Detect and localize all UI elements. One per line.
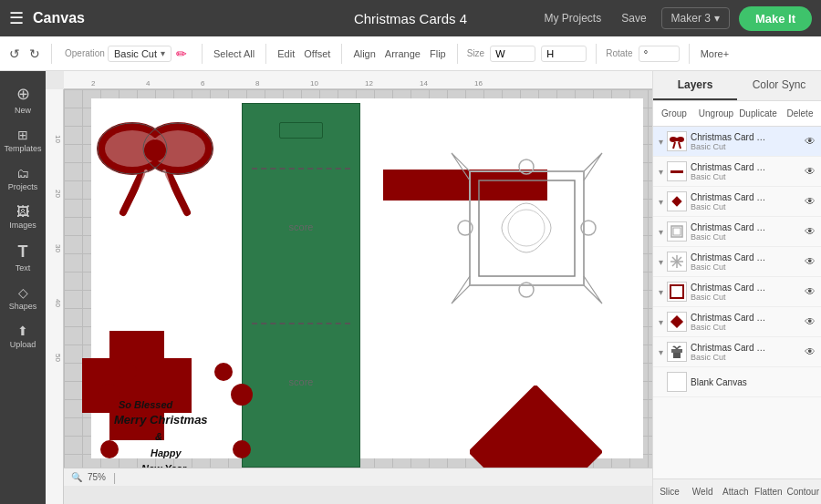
svg-point-4 (144, 139, 166, 161)
rotate-label: Rotate (606, 48, 632, 58)
contour-button[interactable]: Contour (785, 479, 821, 504)
layer-sub-5: Basic Cut (691, 262, 801, 272)
sep6 (596, 44, 597, 64)
weld-button[interactable]: Weld (686, 479, 719, 504)
layer-info-9: Blank Canvas (691, 377, 816, 387)
undo-button[interactable]: ↺ (7, 45, 22, 63)
ruler-vertical: 10 20 30 40 50 (46, 89, 64, 504)
layer-thumb-4 (667, 221, 687, 242)
layer-info-8: Christmas Card Gift F... Basic Cut (691, 343, 801, 362)
sidebar-item-text[interactable]: T Text (0, 237, 46, 278)
layer-list: ▾ Christmas Card Gift F... Basic Cut 👁 ▾… (653, 127, 821, 478)
tab-color-sync[interactable]: Color Sync (737, 71, 821, 100)
sidebar-item-images[interactable]: 🖼 Images (0, 199, 46, 235)
layer-info-1: Christmas Card Gift F... Basic Cut (691, 132, 801, 151)
eye-icon-5[interactable]: 👁 (805, 255, 816, 268)
align-button[interactable]: Align (351, 46, 377, 61)
ungroup-button[interactable]: Ungroup (695, 105, 737, 122)
chevron-icon-4: ▾ (659, 227, 663, 237)
bow-shape[interactable] (96, 112, 214, 221)
sidebar-item-shapes[interactable]: ◇ Shapes (0, 280, 46, 316)
layer-sub-3: Basic Cut (691, 202, 801, 211)
attach-button[interactable]: Attach (719, 479, 752, 504)
layer-sub-7: Basic Cut (691, 323, 801, 332)
flip-button[interactable]: Flip (428, 46, 448, 61)
top-bar-left: ☰ Canvas (9, 8, 85, 28)
layer-item-6[interactable]: ▾ Christmas Card Gift F... Basic Cut 👁 (653, 277, 821, 307)
group-button[interactable]: Group (653, 105, 695, 122)
flatten-button[interactable]: Flatten (752, 479, 785, 504)
christmas-text-cluster[interactable]: So Blessed Merry Christmas & Happy New Y… (91, 358, 260, 486)
maker-button[interactable]: Maker 3 ▾ (661, 7, 730, 29)
make-it-button[interactable]: Make It (739, 6, 812, 31)
layer-name-4: Christmas Card Gift F... (691, 222, 773, 232)
eye-icon-4[interactable]: 👁 (805, 225, 816, 238)
layer-item-9[interactable]: ▾ Blank Canvas (653, 367, 821, 397)
canvas-content[interactable]: score score (64, 89, 652, 486)
layer-info-6: Christmas Card Gift F... Basic Cut (691, 283, 801, 302)
more-button[interactable]: More+ (699, 46, 732, 61)
layer-sub-4: Basic Cut (691, 232, 801, 242)
duplicate-button[interactable]: Duplicate (737, 105, 779, 122)
zoom-level: 75% (88, 472, 106, 482)
layer-item-1[interactable]: ▾ Christmas Card Gift F... Basic Cut 👁 (653, 127, 821, 157)
canvas-area[interactable]: 2 4 6 8 10 12 14 16 10 20 30 40 50 (46, 71, 652, 504)
my-projects-button[interactable]: My Projects (539, 10, 608, 26)
layer-sub-8: Basic Cut (691, 353, 801, 362)
offset-button[interactable]: Offset (302, 46, 332, 61)
svg-text:So Blessed: So Blessed (119, 399, 173, 410)
shapes-icon: ◇ (18, 285, 28, 300)
score-label-2: score (265, 376, 338, 387)
rotate-input[interactable] (639, 46, 680, 62)
upload-icon: ⬆ (17, 324, 28, 338)
sep3 (265, 44, 266, 64)
hamburger-icon[interactable]: ☰ (9, 8, 24, 28)
chevron-icon-7: ▾ (659, 317, 663, 327)
layer-item-7[interactable]: ▾ Christmas Card Gift F... Basic Cut 👁 (653, 307, 821, 337)
sep7 (689, 44, 690, 64)
eye-icon-7[interactable]: 👁 (805, 315, 816, 328)
sidebar-item-new[interactable]: ⊕ New (0, 78, 46, 120)
top-bar-right: My Projects Save Maker 3 ▾ Make It (539, 6, 812, 31)
sidebar-item-templates[interactable]: ⊞ Templates (0, 122, 46, 159)
svg-text:Happy: Happy (151, 447, 182, 458)
operation-item: Operation Basic Cut ▾ ✏ (61, 43, 192, 65)
delete-button[interactable]: Delete (779, 105, 821, 122)
svg-rect-7 (470, 171, 584, 285)
slice-button[interactable]: Slice (653, 479, 686, 504)
select-all-button[interactable]: Select All (212, 46, 256, 61)
redo-button[interactable]: ↻ (27, 45, 42, 63)
svg-line-29 (673, 142, 675, 149)
layer-item-3[interactable]: ▾ Christmas Card Gift F... Basic Cut 👁 (653, 187, 821, 217)
eye-icon-3[interactable]: 👁 (805, 195, 816, 208)
operation-chevron-icon: ▾ (161, 48, 165, 58)
layer-sub-1: Basic Cut (691, 142, 801, 151)
tab-layers[interactable]: Layers (653, 71, 737, 100)
layer-item-4[interactable]: ▾ Christmas Card Gift F... Basic Cut 👁 (653, 217, 821, 247)
layer-thumb-7 (667, 312, 687, 332)
svg-text:&: & (155, 431, 162, 442)
layer-item-2[interactable]: ▾ Christmas Card Gift F... Basic Cut 👁 (653, 157, 821, 187)
height-input[interactable] (541, 46, 587, 62)
eye-icon-1[interactable]: 👁 (805, 135, 816, 148)
svg-point-15 (119, 363, 137, 381)
layer-thumb-3 (667, 191, 687, 211)
operation-dropdown[interactable]: Basic Cut ▾ (108, 46, 171, 62)
eye-icon-2[interactable]: 👁 (805, 165, 816, 178)
svg-rect-40 (670, 315, 683, 328)
sidebar-item-projects[interactable]: 🗂 Projects (0, 160, 46, 197)
width-input[interactable] (490, 46, 535, 62)
pen-tool-button[interactable]: ✏ (174, 45, 189, 63)
layer-item-5[interactable]: ▾ Christmas Card Gift F... Basic Cut 👁 (653, 247, 821, 277)
main-layout: ⊕ New ⊞ Templates 🗂 Projects 🖼 Images T … (0, 71, 821, 504)
arrange-button[interactable]: Arrange (383, 46, 422, 61)
layer-name-8: Christmas Card Gift F... (691, 343, 773, 353)
layer-item-8[interactable]: ▾ Christmas Card Gift F... Basic Cut 👁 (653, 337, 821, 367)
eye-icon-6[interactable]: 👁 (805, 285, 816, 298)
save-button[interactable]: Save (616, 10, 651, 26)
sep1 (51, 44, 52, 64)
eye-icon-8[interactable]: 👁 (805, 345, 816, 358)
edit-button[interactable]: Edit (275, 46, 296, 61)
ornate-frame-shape[interactable] (447, 149, 607, 308)
sidebar-item-upload[interactable]: ⬆ Upload (0, 318, 46, 355)
